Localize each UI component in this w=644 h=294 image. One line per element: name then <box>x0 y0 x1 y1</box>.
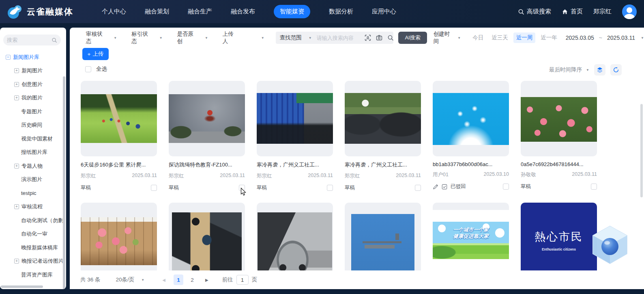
sidebar-vertical-scrollbar[interactable] <box>63 76 65 289</box>
card-checkbox[interactable] <box>151 185 157 191</box>
prev-page-button[interactable]: ◀ <box>158 278 170 282</box>
quick-range-today[interactable]: 今日 <box>470 32 486 43</box>
page-number-1[interactable]: 1 <box>174 275 183 285</box>
card-thumbnail[interactable] <box>345 203 421 270</box>
created-time-dropdown[interactable]: 创建时间▼ <box>434 30 461 45</box>
card-thumbnail[interactable]: 熱心市民 Enthusiastic citizens <box>521 203 597 270</box>
index-status-dropdown[interactable]: 标引状态▼ <box>131 30 162 45</box>
card-thumbnail[interactable] <box>169 81 245 156</box>
tree-item-topic-people[interactable]: +专题人物 <box>0 159 63 173</box>
floating-cube-widget[interactable] <box>590 224 629 266</box>
expand-icon[interactable]: + <box>14 82 19 87</box>
tree-item-review-flow[interactable]: +审核流程 <box>0 200 63 214</box>
expand-icon[interactable]: + <box>14 68 19 73</box>
next-page-button[interactable]: ▶ <box>201 278 213 282</box>
card-checkbox[interactable] <box>239 185 245 191</box>
tree-item-news-image-library[interactable]: −新闻图片库 <box>0 50 63 64</box>
camera-search-icon[interactable] <box>376 35 382 41</box>
nav-item-smart-media-active[interactable]: 智能媒资 <box>274 5 310 18</box>
refresh-icon <box>613 67 619 73</box>
expand-icon[interactable]: + <box>14 95 19 100</box>
tree-item-evening-news-library[interactable]: 晚报新媒体稿库 <box>0 241 63 255</box>
card-checkbox[interactable] <box>415 185 421 191</box>
quick-range-3days[interactable]: 近三天 <box>489 32 511 43</box>
tree-item-history-moments[interactable]: 历史瞬间 <box>0 119 63 132</box>
main-vertical-scrollbar[interactable] <box>640 104 643 197</box>
sidebar-horizontal-scrollbar[interactable] <box>1 285 43 288</box>
tree-item-reporter-remote-images[interactable]: +晚报记者远传图片 <box>0 255 63 268</box>
face-search-icon[interactable] <box>365 35 371 41</box>
original-dropdown[interactable]: 是否原创▼ <box>177 30 208 45</box>
keyword-search-input[interactable] <box>317 35 365 41</box>
upload-button[interactable]: + 上传 <box>82 48 109 60</box>
brand[interactable]: 云雀融媒体 <box>6 4 73 20</box>
nav-item-apps[interactable]: 应用中心 <box>372 8 396 15</box>
quick-range-week-active[interactable]: 近一周 <box>513 32 536 43</box>
sidebar-search-input[interactable] <box>7 37 52 43</box>
card-thumbnail[interactable] <box>257 81 333 156</box>
asset-card: 寒冷再袭，广州义工社工... 郑宗红2025.03.11 草稿 <box>345 81 421 191</box>
card-thumbnail[interactable] <box>257 203 333 270</box>
card-checkbox[interactable] <box>503 184 509 190</box>
card-title[interactable]: 探访跳绳特色教育-FZ100... <box>169 161 245 169</box>
page-size-dropdown[interactable]: 20条/页▼ <box>116 276 145 283</box>
card-title[interactable]: 6天徒步160多公里 累计爬... <box>81 161 157 169</box>
home-link[interactable]: 首页 <box>562 8 583 15</box>
sort-dropdown[interactable]: 最后时间降序▼ <box>549 66 589 74</box>
page-number-2[interactable]: 2 <box>187 275 197 285</box>
tree-item-demo-images[interactable]: 演示图片 <box>0 173 63 187</box>
search-icon[interactable] <box>387 35 394 41</box>
asset-card <box>169 203 245 270</box>
expand-icon[interactable]: + <box>14 204 19 209</box>
card-thumbnail[interactable] <box>81 203 157 270</box>
layout-layers-button[interactable] <box>594 64 605 76</box>
card-thumbnail[interactable] <box>345 81 421 156</box>
nav-item-publish[interactable]: 融合发布 <box>231 8 255 15</box>
nav-item-personal[interactable]: 个人中心 <box>102 8 126 15</box>
expand-icon[interactable]: + <box>14 164 19 169</box>
nav-item-planning[interactable]: 融合策划 <box>145 8 169 15</box>
card-checkbox[interactable] <box>591 184 597 190</box>
uploader-dropdown[interactable]: 上传人▼ <box>223 30 264 45</box>
edit-pencil-icon[interactable] <box>433 184 438 190</box>
card-title[interactable]: bb1ab3377b6b00d06ac... <box>433 161 509 167</box>
card-thumbnail[interactable] <box>169 203 245 270</box>
tree-item-auto-review[interactable]: 自动化一审 <box>0 227 63 241</box>
card-title[interactable]: 0a5e7c6922b467816444... <box>521 161 597 167</box>
goto-page-input[interactable] <box>236 275 249 285</box>
collapse-icon[interactable]: − <box>6 55 11 60</box>
card-title[interactable]: 寒冷再袭，广州义工社工... <box>345 161 421 169</box>
quick-range-year[interactable]: 近一年 <box>538 32 560 43</box>
card-title[interactable]: 寒冷再袭，广州义工社工... <box>257 161 333 169</box>
username[interactable]: 郑宗红 <box>593 8 612 15</box>
nav-item-analytics[interactable]: 数据分析 <box>329 8 353 15</box>
tree-item-news-images[interactable]: +新闻图片 <box>0 64 63 78</box>
search-icon[interactable] <box>52 37 57 43</box>
date-to[interactable]: 2025.03.11 <box>607 35 635 41</box>
date-range-picker[interactable]: 2025.03.05 ~ 2025.03.11 ▼ <box>566 35 644 41</box>
review-status-dropdown[interactable]: 审核状态▼ <box>86 30 117 45</box>
card-thumbnail[interactable] <box>521 81 597 156</box>
expand-icon[interactable]: + <box>14 259 19 264</box>
card-thumbnail[interactable] <box>433 81 509 156</box>
tree-item-puer-asset-library[interactable]: 普洱资产图库 <box>0 268 63 282</box>
card-thumbnail[interactable] <box>81 81 157 156</box>
tree-item-newspaper-library[interactable]: 报纸图片库 <box>0 146 63 160</box>
tree-item-my-images[interactable]: +我的图片 <box>0 91 63 105</box>
tree-item-testpic[interactable]: testpic <box>0 186 63 200</box>
tree-item-vcg-material[interactable]: 视觉中国素材 <box>0 132 63 146</box>
card-thumbnail[interactable]: 一个城市一个家 健康促进靠大家 <box>433 203 509 270</box>
check-square-icon[interactable] <box>442 184 447 190</box>
tree-item-topic-images[interactable]: 专题图片 <box>0 105 63 119</box>
user-avatar[interactable] <box>622 4 637 19</box>
date-from[interactable]: 2025.03.05 <box>566 35 594 41</box>
card-checkbox[interactable] <box>327 185 333 191</box>
ai-search-button[interactable]: AI搜索 <box>398 32 427 44</box>
tree-item-auto-test[interactable]: 自动化测试（勿删 <box>0 214 63 227</box>
tree-item-creative-images[interactable]: +创意图片 <box>0 78 63 91</box>
refresh-button[interactable] <box>610 64 622 76</box>
nav-item-production[interactable]: 融合生产 <box>188 8 212 15</box>
advanced-search-link[interactable]: 高级搜索 <box>518 8 551 15</box>
search-scope-dropdown[interactable]: 查找范围▼ <box>280 34 312 41</box>
select-all-checkbox[interactable] <box>85 66 91 72</box>
